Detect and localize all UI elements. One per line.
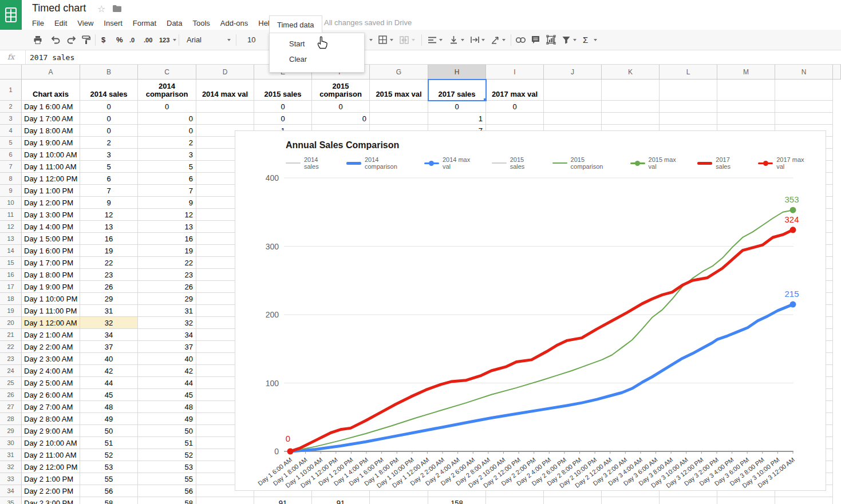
menu-edit[interactable]: Edit <box>49 16 72 30</box>
cell-N35[interactable] <box>775 497 833 504</box>
cell-C21[interactable]: 34 <box>138 329 196 341</box>
cell-B10[interactable]: 9 <box>80 197 138 209</box>
cell-A22[interactable]: Day 2 2:00 AM <box>22 341 80 353</box>
row-header-7[interactable]: 7 <box>0 161 22 173</box>
cell-A1[interactable]: Chart axis <box>22 80 80 101</box>
cell-A25[interactable]: Day 2 5:00 AM <box>22 377 80 389</box>
cell-B29[interactable]: 50 <box>80 425 138 437</box>
row-header-30[interactable]: 30 <box>0 437 22 449</box>
cell-K35[interactable] <box>602 497 660 504</box>
cell-J2[interactable] <box>544 101 602 113</box>
cell-A8[interactable]: Day 1 12:00 PM <box>22 173 80 185</box>
cell-I2[interactable]: 0 <box>486 101 544 113</box>
cell-A4[interactable]: Day 1 8:00 AM <box>22 125 80 137</box>
cell-A30[interactable]: Day 2 10:00 AM <box>22 437 80 449</box>
cell-E2[interactable]: 0 <box>254 101 312 113</box>
cell-A23[interactable]: Day 2 3:00 AM <box>22 353 80 365</box>
grid-corner[interactable] <box>0 65 22 80</box>
cell-A16[interactable]: Day 1 8:00 PM <box>22 269 80 281</box>
cell-B32[interactable]: 53 <box>80 461 138 473</box>
cell-C29[interactable]: 50 <box>138 425 196 437</box>
column-header-C[interactable]: C <box>138 65 196 80</box>
cell-D2[interactable] <box>196 101 254 113</box>
cell-L3[interactable] <box>660 113 717 125</box>
cell-C20[interactable]: 32 <box>138 317 196 329</box>
vertical-align-icon[interactable] <box>450 30 457 50</box>
menu-item-clear[interactable]: Clear <box>270 51 364 67</box>
column-header-G[interactable]: G <box>370 65 428 80</box>
cell-M1[interactable] <box>717 80 775 101</box>
row-header-33[interactable]: 33 <box>0 473 22 485</box>
row-header-20[interactable]: 20 <box>0 317 22 329</box>
row-header-13[interactable]: 13 <box>0 233 22 245</box>
increase-decimal-button[interactable]: .00 <box>144 30 152 50</box>
column-header-D[interactable]: D <box>196 65 254 80</box>
text-color-caret-icon[interactable] <box>369 39 373 41</box>
cell-D1[interactable]: 2014 max val <box>196 80 254 101</box>
cell-B30[interactable]: 51 <box>80 437 138 449</box>
cell-H35[interactable]: 158 <box>428 497 486 504</box>
menu-add-ons[interactable]: Add-ons <box>215 16 253 30</box>
cell-B19[interactable]: 31 <box>80 305 138 317</box>
row-header-32[interactable]: 32 <box>0 461 22 473</box>
cell-B27[interactable]: 48 <box>80 401 138 413</box>
cell-B3[interactable]: 0 <box>80 113 138 125</box>
row-header-8[interactable]: 8 <box>0 173 22 185</box>
cell-B35[interactable]: 58 <box>80 497 138 504</box>
star-icon[interactable]: ☆ <box>97 3 105 14</box>
cell-A15[interactable]: Day 1 7:00 PM <box>22 257 80 269</box>
text-wrap-icon[interactable] <box>471 30 479 50</box>
cell-C4[interactable]: 0 <box>138 125 196 137</box>
cell-B34[interactable]: 56 <box>80 485 138 497</box>
cell-A14[interactable]: Day 1 6:00 PM <box>22 245 80 257</box>
cell-M2[interactable] <box>717 101 775 113</box>
column-header-partial[interactable] <box>833 65 841 80</box>
row-header-1[interactable]: 1 <box>0 80 22 101</box>
menu-file[interactable]: File <box>27 16 49 30</box>
font-family-select[interactable]: Arial <box>187 30 202 50</box>
horizontal-align-caret-icon[interactable] <box>439 39 443 41</box>
cell-C24[interactable]: 42 <box>138 365 196 377</box>
cell-B4[interactable]: 0 <box>80 125 138 137</box>
horizontal-align-icon[interactable] <box>428 30 436 50</box>
cell-N1[interactable] <box>775 80 833 101</box>
cell-C17[interactable]: 26 <box>138 281 196 293</box>
vertical-align-caret-icon[interactable] <box>461 39 464 41</box>
cell-C5[interactable]: 2 <box>138 137 196 149</box>
cell-C30[interactable]: 51 <box>138 437 196 449</box>
cell-C26[interactable]: 45 <box>138 389 196 401</box>
cell-A21[interactable]: Day 2 1:00 AM <box>22 329 80 341</box>
row-header-28[interactable]: 28 <box>0 413 22 425</box>
text-rotate-icon[interactable] <box>491 30 500 50</box>
cell-C25[interactable]: 44 <box>138 377 196 389</box>
cell-B20[interactable]: 32 <box>80 317 138 329</box>
cell-A32[interactable]: Day 2 12:00 PM <box>22 461 80 473</box>
cell-C31[interactable]: 52 <box>138 449 196 461</box>
cell-C27[interactable]: 48 <box>138 401 196 413</box>
cell-H2[interactable]: 0 <box>428 101 486 113</box>
row-header-3[interactable]: 3 <box>0 113 22 125</box>
cell-C23[interactable]: 40 <box>138 353 196 365</box>
menu-timed-data[interactable]: Timed data <box>269 15 322 33</box>
cell-A33[interactable]: Day 2 1:00 PM <box>22 473 80 485</box>
row-header-18[interactable]: 18 <box>0 293 22 305</box>
embedded-chart[interactable]: Annual Sales Comparison 2014 sales2014 c… <box>235 130 826 491</box>
insert-chart-icon[interactable] <box>546 30 556 50</box>
folder-icon[interactable] <box>113 5 121 12</box>
cell-A13[interactable]: Day 1 5:00 PM <box>22 233 80 245</box>
row-header-27[interactable]: 27 <box>0 401 22 413</box>
font-size-select[interactable]: 10 <box>247 30 255 50</box>
cell-A19[interactable]: Day 1 11:00 PM <box>22 305 80 317</box>
column-header-L[interactable]: L <box>660 65 717 80</box>
column-header-K[interactable]: K <box>602 65 660 80</box>
cell-F1[interactable]: 2015 comparison <box>312 80 370 101</box>
cell-B11[interactable]: 12 <box>80 209 138 221</box>
formula-bar-value[interactable]: 2017 sales <box>30 53 74 62</box>
cell-A7[interactable]: Day 1 11:00 AM <box>22 161 80 173</box>
cell-C33[interactable]: 55 <box>138 473 196 485</box>
cell-A12[interactable]: Day 1 4:00 PM <box>22 221 80 233</box>
cell-I1[interactable]: 2017 max val <box>486 80 544 101</box>
row-header-6[interactable]: 6 <box>0 149 22 161</box>
cell-G2[interactable] <box>370 101 428 113</box>
cell-N3[interactable] <box>775 113 833 125</box>
